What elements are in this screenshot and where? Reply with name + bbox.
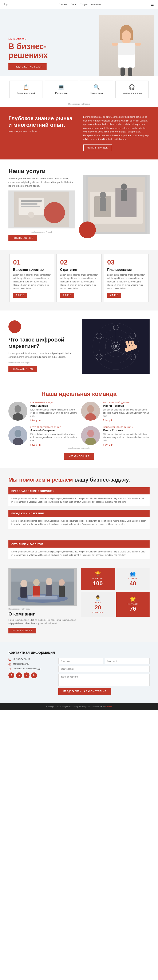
social-in-0[interactable]: in bbox=[39, 419, 40, 422]
svg-point-12 bbox=[44, 202, 65, 223]
col-title-1: Высокое качество bbox=[13, 268, 51, 272]
nav-item-home[interactable]: Главная bbox=[58, 3, 67, 6]
col-text-3: Lorem ipsum dolor sit amet, consectetur … bbox=[107, 274, 145, 290]
company-stats-section: Изображение из Pixabay О компании Lorem … bbox=[0, 568, 158, 642]
trophy-icon: 🏆 bbox=[95, 571, 101, 577]
contact-address: г. Москва, ул. Примерная, д.1 bbox=[13, 667, 41, 670]
social-yt-3[interactable]: y bbox=[109, 443, 110, 446]
contact-social-in[interactable]: in bbox=[31, 673, 37, 678]
svg-point-68 bbox=[59, 579, 65, 586]
hero-image bbox=[99, 15, 154, 76]
team-social-1: f tw y in bbox=[103, 419, 150, 422]
team-name-2: Алексей Смирнов bbox=[30, 429, 77, 432]
stat-box-clients: 👥 CLIENTS 40 bbox=[116, 568, 150, 590]
os-image-credit: Изображение из Freepik bbox=[8, 230, 75, 235]
svg-rect-2 bbox=[118, 43, 135, 55]
service-card-support[interactable]: 🎧 Служба поддержки bbox=[115, 81, 149, 98]
learning-body: Lorem ipsum dolor sit amet, consectetur … bbox=[8, 547, 150, 559]
col-btn-2[interactable]: ДАЛЕЕ bbox=[60, 293, 74, 298]
nav-item-about[interactable]: О нас bbox=[71, 3, 77, 6]
col-btn-1[interactable]: ДАЛЕЕ bbox=[13, 293, 27, 298]
hero-cta-button[interactable]: ПРЕДЛОЖЕНИЕ УСЛУГ bbox=[8, 63, 47, 70]
team-desc-3: Elit, sed do eiusmod tempor incididunt u… bbox=[103, 433, 150, 442]
stats-grid: 🏆 ПРОЕКТЫ 100 👥 CLIENTS 40 👨‍💼 НАША 20 К… bbox=[81, 568, 150, 633]
team-image-credit: Изображение из Freepik bbox=[8, 446, 150, 451]
help-title: Мы помогаем и решаем вашу бизнес-задачу. bbox=[8, 477, 150, 483]
form-name-input[interactable] bbox=[58, 658, 103, 664]
development-icon: 💻 bbox=[47, 84, 76, 90]
social-fb-0[interactable]: f bbox=[30, 419, 31, 422]
form-row-2 bbox=[58, 666, 150, 672]
social-in-3[interactable]: in bbox=[111, 443, 113, 446]
stat-label-projects: ПРОЕКТЫ bbox=[92, 578, 103, 580]
help-item-0: ПРЕОБРАЗОВАНИЕ СТОИМОСТИ Lorem ipsum dol… bbox=[8, 487, 150, 506]
service-card-expertise[interactable]: 🔍 Экспертиза bbox=[80, 81, 113, 98]
social-tw-1[interactable]: tw bbox=[105, 419, 107, 422]
svg-rect-23 bbox=[100, 198, 106, 211]
svg-rect-63 bbox=[21, 587, 27, 598]
social-tw-2[interactable]: tw bbox=[32, 443, 35, 446]
team-read-more-button[interactable]: ЧИТАТЬ БОЛЬШЕ bbox=[64, 453, 94, 460]
expertise-label: Экспертиза bbox=[83, 92, 111, 94]
footer: Copyright © 2024 All rights reserved | T… bbox=[0, 703, 158, 710]
social-yt-2[interactable]: y bbox=[36, 443, 37, 446]
contact-socials: f tw yt in bbox=[8, 673, 54, 678]
social-fb-3[interactable]: f bbox=[103, 443, 104, 446]
social-tw-3[interactable]: tw bbox=[105, 443, 107, 446]
dk-read-more-button[interactable]: ЧИТАТЬ БОЛЬШЕ bbox=[83, 145, 112, 151]
social-fb-1[interactable]: f bbox=[103, 419, 104, 422]
team-info-2: ГУРУ ПРОГРАММИРОВАНИЯ Алексей Смирнов El… bbox=[30, 426, 77, 446]
team-role-1: УПРАВЛЯЮЩИЙ ДЕЛАМИ bbox=[103, 402, 150, 404]
os-text: Vitae congue Placerat mauris. Lorem ipsu… bbox=[8, 177, 75, 188]
contact-social-tw[interactable]: tw bbox=[16, 673, 22, 678]
social-yt-1[interactable]: y bbox=[109, 419, 110, 422]
service-card-development[interactable]: 💻 Разработка bbox=[45, 81, 78, 98]
service-card-consultative[interactable]: 📋 Консультативный bbox=[9, 81, 43, 98]
company-read-more-button[interactable]: ЧИТАТЬ БОЛЬШЕ bbox=[8, 628, 36, 633]
hero-section: МЫ ЭКСПЕРТЫ В бизнес- решениях ПРЕДЛОЖЕН… bbox=[0, 9, 158, 76]
team-grid: КРЕАТИВНЫЙ ЛИДЕР Иван Иванов Elit, sed d… bbox=[8, 402, 150, 446]
learning-header-label: ОБУЧЕНИЕ И РАЗВИТИЕ bbox=[11, 543, 44, 546]
team-desc-1: Elit, sed do eiusmod tempor incididunt u… bbox=[103, 408, 150, 418]
svg-point-54 bbox=[14, 430, 21, 437]
form-row-1 bbox=[58, 658, 150, 664]
dk-subtitle: лидерам для вашего бизнеса bbox=[8, 130, 75, 132]
svg-rect-71 bbox=[32, 595, 45, 597]
deep-knowledge-section: Глубокое знание рынка и многолетний опыт… bbox=[0, 107, 158, 159]
os-right bbox=[83, 175, 150, 234]
col-text-1: Lorem ipsum dolor sit amet, consectetur … bbox=[13, 274, 51, 290]
team-card-1: УПРАВЛЯЮЩИЙ ДЕЛАМИ Мария Петрова Elit, s… bbox=[81, 402, 150, 422]
os-read-more-button[interactable]: ЧИТАТЬ БОЛЬШЕ bbox=[8, 235, 37, 241]
contact-social-yt[interactable]: yt bbox=[24, 673, 30, 678]
nav-item-contact[interactable]: Контакты bbox=[91, 3, 101, 6]
dm-title: Что такое цифровой маркетинг? bbox=[8, 336, 74, 350]
team-role-3: МЕНЕДЖЕР ПО ПРОДАЖАМ bbox=[103, 426, 150, 428]
footer-link[interactable]: Colorlib bbox=[105, 706, 112, 708]
form-message-textarea[interactable] bbox=[58, 674, 150, 686]
col-num-2: 02 bbox=[60, 258, 98, 266]
form-phone-input[interactable] bbox=[58, 666, 150, 672]
dm-order-button[interactable]: ЗАКАЗАТЬ У НАС bbox=[8, 366, 37, 372]
svg-point-48 bbox=[14, 405, 21, 413]
social-in-1[interactable]: in bbox=[111, 419, 113, 422]
support-icon: 🎧 bbox=[118, 84, 146, 90]
navbar: logo Главная О нас Услуги Контакты ☰ bbox=[0, 0, 158, 9]
social-fb-2[interactable]: f bbox=[30, 443, 31, 446]
form-email-input[interactable] bbox=[105, 658, 150, 664]
col-btn-3[interactable]: ДАЛЕЕ bbox=[107, 293, 121, 298]
hamburger-icon[interactable]: ☰ bbox=[150, 2, 154, 7]
social-tw-0[interactable]: tw bbox=[32, 419, 35, 422]
team-icon: 👨‍💼 bbox=[95, 595, 101, 601]
team-role-0: КРЕАТИВНЫЙ ЛИДЕР bbox=[30, 402, 77, 404]
team-desc-2: Elit, sed do eiusmod tempor incididunt u… bbox=[30, 433, 77, 442]
social-yt-0[interactable]: y bbox=[36, 419, 37, 422]
contact-row: +7 (236) 547-8111 info@company.ru г. Мос… bbox=[8, 658, 150, 695]
contact-social-fb[interactable]: f bbox=[8, 673, 14, 678]
svg-point-16 bbox=[28, 212, 34, 218]
social-in-2[interactable]: in bbox=[39, 443, 40, 446]
team-social-3: f tw y in bbox=[103, 443, 150, 446]
learning-section: ОБУЧЕНИЕ И РАЗВИТИЕ Lorem ipsum dolor si… bbox=[0, 541, 158, 568]
nav-item-services[interactable]: Услуги bbox=[80, 3, 87, 6]
contact-submit-button[interactable]: ПРЕДСТАВИТЬ НА РАССМОТРЕНИЕ bbox=[58, 688, 111, 695]
learning-text: Lorem ipsum dolor sit amet, consectetur … bbox=[11, 550, 147, 557]
